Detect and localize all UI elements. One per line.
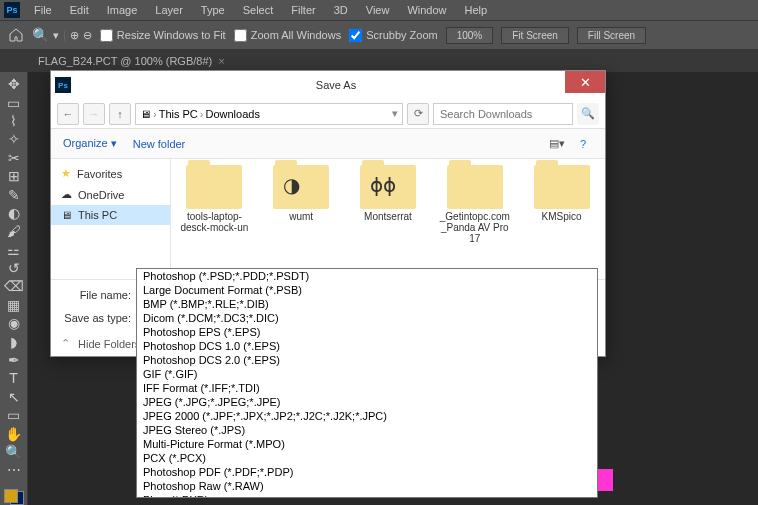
format-option[interactable]: PCX (*.PCX)	[137, 451, 597, 465]
dialog-titlebar: Ps Save As ✕	[51, 71, 605, 99]
options-bar: 🔍 ▾ | ⊕ ⊖ Resize Windows to Fit Zoom All…	[0, 20, 758, 50]
help-button[interactable]: ?	[573, 134, 593, 154]
zoom-out-icon[interactable]: ⊖	[83, 29, 92, 42]
eyedropper-tool[interactable]: ✎	[3, 186, 25, 202]
crop-tool[interactable]: ✂	[3, 150, 25, 166]
pen-tool[interactable]: ✒	[3, 352, 25, 368]
chevron-down-icon[interactable]: ▾	[53, 29, 59, 42]
format-option[interactable]: BMP (*.BMP;*.RLE;*.DIB)	[137, 297, 597, 311]
document-tab-strip: FLAG_B24.PCT @ 100% (RGB/8#)×	[0, 50, 758, 72]
format-option[interactable]: Pixar (*.PXR)	[137, 493, 597, 498]
history-brush-tool[interactable]: ↺	[3, 260, 25, 276]
zoom-tool-icon[interactable]: 🔍	[32, 27, 49, 43]
nav-back-button[interactable]: ←	[57, 103, 79, 125]
view-options-button[interactable]: ▤▾	[547, 134, 567, 154]
format-option[interactable]: Photoshop DCS 2.0 (*.EPS)	[137, 353, 597, 367]
saveastype-label: Save as type:	[61, 312, 131, 324]
zoom-all-checkbox[interactable]: Zoom All Windows	[234, 29, 341, 42]
folder-item[interactable]: _Getintopc.com_Panda AV Pro 17	[439, 165, 510, 273]
format-option[interactable]: GIF (*.GIF)	[137, 367, 597, 381]
menu-select[interactable]: Select	[235, 2, 282, 18]
format-option[interactable]: IFF Format (*.IFF;*.TDI)	[137, 381, 597, 395]
format-option[interactable]: Photoshop EPS (*.EPS)	[137, 325, 597, 339]
search-input[interactable]	[433, 103, 573, 125]
close-dialog-button[interactable]: ✕	[565, 71, 605, 93]
app-logo: Ps	[4, 2, 20, 18]
nav-up-button[interactable]: ↑	[109, 103, 131, 125]
brush-tool[interactable]: 🖌	[3, 223, 25, 239]
search-icon[interactable]: 🔍	[577, 103, 599, 125]
menu-3d[interactable]: 3D	[326, 2, 356, 18]
home-icon[interactable]	[8, 27, 24, 43]
menu-bar: Ps File Edit Image Layer Type Select Fil…	[0, 0, 758, 20]
format-option[interactable]: Large Document Format (*.PSB)	[137, 283, 597, 297]
blur-tool[interactable]: ◉	[3, 315, 25, 331]
hide-folders-button[interactable]: Hide Folders	[78, 338, 140, 350]
dodge-tool[interactable]: ◗	[3, 333, 25, 349]
menu-file[interactable]: File	[26, 2, 60, 18]
format-option[interactable]: Photoshop (*.PSD;*.PDD;*.PSDT)	[137, 269, 597, 283]
path-tool[interactable]: ↖	[3, 389, 25, 405]
refresh-button[interactable]: ⟳	[407, 103, 429, 125]
format-dropdown: Photoshop (*.PSD;*.PDD;*.PSDT)Large Docu…	[136, 268, 598, 498]
eraser-tool[interactable]: ⌫	[3, 278, 25, 294]
zoom-tool[interactable]: 🔍	[3, 444, 25, 460]
healing-tool[interactable]: ◐	[3, 205, 25, 221]
address-bar[interactable]: 🖥 › This PC › Downloads ▾	[135, 103, 403, 125]
format-option[interactable]: JPEG Stereo (*.JPS)	[137, 423, 597, 437]
magic-wand-tool[interactable]: ✧	[3, 131, 25, 147]
lasso-tool[interactable]: ⌇	[3, 113, 25, 129]
gradient-tool[interactable]: ▦	[3, 297, 25, 313]
menu-edit[interactable]: Edit	[62, 2, 97, 18]
zoom-100-button[interactable]: 100%	[446, 27, 494, 44]
resize-windows-checkbox[interactable]: Resize Windows to Fit	[100, 29, 226, 42]
sidebar-item-favorites[interactable]: ★Favorites	[51, 163, 170, 184]
folder-item[interactable]: ɸɸMontserrat	[353, 165, 424, 273]
zoom-in-icon[interactable]: ⊕	[70, 29, 79, 42]
menu-help[interactable]: Help	[457, 2, 496, 18]
shape-tool[interactable]: ▭	[3, 407, 25, 423]
scrubby-zoom-checkbox[interactable]: Scrubby Zoom	[349, 29, 438, 42]
menu-view[interactable]: View	[358, 2, 398, 18]
nav-forward-button[interactable]: →	[83, 103, 105, 125]
move-tool[interactable]: ✥	[3, 76, 25, 92]
dialog-nav-bar: ← → ↑ 🖥 › This PC › Downloads ▾ ⟳ 🔍	[51, 99, 605, 129]
format-option[interactable]: Photoshop Raw (*.RAW)	[137, 479, 597, 493]
format-option[interactable]: Dicom (*.DCM;*.DC3;*.DIC)	[137, 311, 597, 325]
tool-panel: ✥ ▭ ⌇ ✧ ✂ ⊞ ✎ ◐ 🖌 ⚍ ↺ ⌫ ▦ ◉ ◗ ✒ T ↖ ▭ ✋ …	[0, 72, 28, 505]
organize-button[interactable]: Organize ▾	[63, 137, 117, 150]
nav-pane: ★Favorites☁OneDrive🖥This PC	[51, 159, 171, 279]
folder-item[interactable]: ◑wumt	[266, 165, 337, 273]
frame-tool[interactable]: ⊞	[3, 168, 25, 184]
sidebar-item-onedrive[interactable]: ☁OneDrive	[51, 184, 170, 205]
color-swatch[interactable]	[4, 489, 24, 505]
marquee-tool[interactable]: ▭	[3, 94, 25, 110]
document-tab[interactable]: FLAG_B24.PCT @ 100% (RGB/8#)×	[28, 51, 235, 71]
hand-tool[interactable]: ✋	[3, 425, 25, 441]
dialog-toolbar: Organize ▾ New folder ▤▾ ?	[51, 129, 605, 159]
edit-toolbar[interactable]: ⋯	[3, 462, 25, 478]
sidebar-item-this-pc[interactable]: 🖥This PC	[51, 205, 170, 225]
type-tool[interactable]: T	[3, 370, 25, 386]
menu-image[interactable]: Image	[99, 2, 146, 18]
fill-screen-button[interactable]: Fill Screen	[577, 27, 646, 44]
format-option[interactable]: JPEG 2000 (*.JPF;*.JPX;*.JP2;*.J2C;*.J2K…	[137, 409, 597, 423]
format-option[interactable]: Photoshop DCS 1.0 (*.EPS)	[137, 339, 597, 353]
folder-item[interactable]: tools-laptop-desck-mock-un	[179, 165, 250, 273]
menu-window[interactable]: Window	[399, 2, 454, 18]
folder-item[interactable]: KMSpico	[526, 165, 597, 273]
format-option[interactable]: JPEG (*.JPG;*.JPEG;*.JPE)	[137, 395, 597, 409]
fit-screen-button[interactable]: Fit Screen	[501, 27, 569, 44]
menu-filter[interactable]: Filter	[283, 2, 323, 18]
clone-tool[interactable]: ⚍	[3, 242, 25, 258]
pc-icon: 🖥	[140, 108, 151, 120]
close-tab-icon[interactable]: ×	[218, 55, 224, 67]
format-option[interactable]: Multi-Picture Format (*.MPO)	[137, 437, 597, 451]
dialog-title: Save As	[71, 79, 601, 91]
file-list: tools-laptop-desck-mock-un◑wumtɸɸMontser…	[171, 159, 605, 279]
menu-layer[interactable]: Layer	[147, 2, 191, 18]
format-option[interactable]: Photoshop PDF (*.PDF;*.PDP)	[137, 465, 597, 479]
new-folder-button[interactable]: New folder	[133, 138, 186, 150]
menu-type[interactable]: Type	[193, 2, 233, 18]
dialog-app-icon: Ps	[55, 77, 71, 93]
